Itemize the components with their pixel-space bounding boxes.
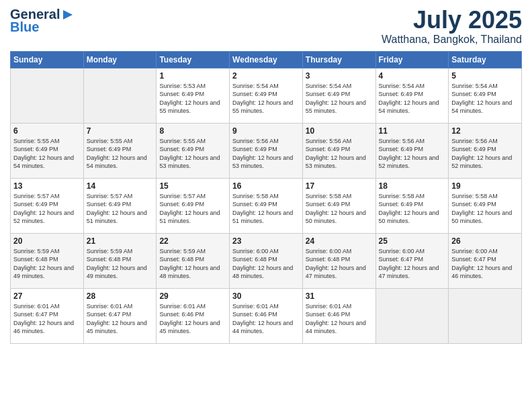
day-info: Sunrise: 5:59 AM Sunset: 6:48 PM Dayligh… xyxy=(159,247,226,281)
day-number: 23 xyxy=(232,236,300,246)
day-number: 14 xyxy=(87,181,154,191)
day-number: 7 xyxy=(87,126,154,136)
day-info: Sunrise: 5:55 AM Sunset: 6:49 PM Dayligh… xyxy=(87,137,154,171)
calendar-cell: 14Sunrise: 5:57 AM Sunset: 6:49 PM Dayli… xyxy=(83,178,157,233)
day-info: Sunrise: 5:54 AM Sunset: 6:49 PM Dayligh… xyxy=(379,82,446,116)
day-number: 31 xyxy=(306,291,373,301)
day-number: 11 xyxy=(379,126,446,136)
day-number: 4 xyxy=(379,71,446,81)
calendar-cell: 28Sunrise: 6:01 AM Sunset: 6:47 PM Dayli… xyxy=(83,288,157,343)
calendar-cell: 10Sunrise: 5:56 AM Sunset: 6:49 PM Dayli… xyxy=(302,123,375,178)
day-number: 19 xyxy=(451,181,519,191)
day-number: 27 xyxy=(13,291,81,301)
day-info: Sunrise: 6:00 AM Sunset: 6:47 PM Dayligh… xyxy=(379,247,446,281)
day-info: Sunrise: 5:59 AM Sunset: 6:48 PM Dayligh… xyxy=(87,247,154,281)
day-info: Sunrise: 5:56 AM Sunset: 6:49 PM Dayligh… xyxy=(232,137,300,171)
calendar-table: SundayMondayTuesdayWednesdayThursdayFrid… xyxy=(10,51,522,344)
calendar-cell: 26Sunrise: 6:00 AM Sunset: 6:47 PM Dayli… xyxy=(449,233,522,288)
day-info: Sunrise: 5:58 AM Sunset: 6:49 PM Dayligh… xyxy=(232,192,300,226)
day-number: 16 xyxy=(232,181,300,191)
day-info: Sunrise: 5:56 AM Sunset: 6:49 PM Dayligh… xyxy=(306,137,373,171)
calendar-cell: 25Sunrise: 6:00 AM Sunset: 6:47 PM Dayli… xyxy=(375,233,449,288)
day-number: 9 xyxy=(232,126,300,136)
calendar-cell: 24Sunrise: 6:00 AM Sunset: 6:48 PM Dayli… xyxy=(302,233,375,288)
day-number: 18 xyxy=(379,181,446,191)
calendar-cell: 8Sunrise: 5:55 AM Sunset: 6:49 PM Daylig… xyxy=(157,123,230,178)
day-number: 13 xyxy=(13,181,81,191)
day-info: Sunrise: 5:55 AM Sunset: 6:49 PM Dayligh… xyxy=(159,137,226,171)
day-info: Sunrise: 6:01 AM Sunset: 6:47 PM Dayligh… xyxy=(13,302,81,336)
day-info: Sunrise: 6:00 AM Sunset: 6:47 PM Dayligh… xyxy=(451,247,519,281)
day-info: Sunrise: 5:56 AM Sunset: 6:49 PM Dayligh… xyxy=(451,137,519,171)
calendar-cell: 11Sunrise: 5:56 AM Sunset: 6:49 PM Dayli… xyxy=(375,123,449,178)
calendar-cell: 9Sunrise: 5:56 AM Sunset: 6:49 PM Daylig… xyxy=(230,123,303,178)
day-info: Sunrise: 5:58 AM Sunset: 6:49 PM Dayligh… xyxy=(451,192,519,226)
day-number: 5 xyxy=(451,71,519,81)
day-info: Sunrise: 5:59 AM Sunset: 6:48 PM Dayligh… xyxy=(13,247,81,281)
logo: General Blue xyxy=(10,7,75,35)
day-number: 8 xyxy=(159,126,226,136)
day-number: 2 xyxy=(232,71,300,81)
calendar-cell: 16Sunrise: 5:58 AM Sunset: 6:49 PM Dayli… xyxy=(230,178,303,233)
day-number: 1 xyxy=(159,71,226,81)
calendar-cell xyxy=(83,68,157,123)
day-number: 21 xyxy=(87,236,154,246)
calendar-body: 1Sunrise: 5:53 AM Sunset: 6:49 PM Daylig… xyxy=(11,68,522,343)
day-info: Sunrise: 6:01 AM Sunset: 6:46 PM Dayligh… xyxy=(306,302,373,336)
day-info: Sunrise: 5:58 AM Sunset: 6:49 PM Dayligh… xyxy=(379,192,446,226)
calendar-cell: 30Sunrise: 6:01 AM Sunset: 6:46 PM Dayli… xyxy=(230,288,303,343)
logo-blue-text: Blue xyxy=(10,19,39,35)
day-number: 3 xyxy=(306,71,373,81)
day-number: 15 xyxy=(159,181,226,191)
weekday-header: Friday xyxy=(375,51,449,68)
day-info: Sunrise: 5:54 AM Sunset: 6:49 PM Dayligh… xyxy=(451,82,519,116)
title-area: July 2025 Watthana, Bangkok, Thailand xyxy=(382,7,522,46)
day-number: 29 xyxy=(159,291,226,301)
day-info: Sunrise: 5:53 AM Sunset: 6:49 PM Dayligh… xyxy=(159,82,226,116)
calendar-cell: 7Sunrise: 5:55 AM Sunset: 6:49 PM Daylig… xyxy=(83,123,157,178)
logo-arrow-icon xyxy=(60,7,75,22)
weekday-header: Sunday xyxy=(11,51,84,68)
calendar-cell: 5Sunrise: 5:54 AM Sunset: 6:49 PM Daylig… xyxy=(449,68,522,123)
day-number: 25 xyxy=(379,236,446,246)
day-info: Sunrise: 5:56 AM Sunset: 6:49 PM Dayligh… xyxy=(379,137,446,171)
day-number: 24 xyxy=(306,236,373,246)
svg-marker-0 xyxy=(63,10,73,19)
calendar-cell: 3Sunrise: 5:54 AM Sunset: 6:49 PM Daylig… xyxy=(302,68,375,123)
day-info: Sunrise: 5:57 AM Sunset: 6:49 PM Dayligh… xyxy=(159,192,226,226)
day-number: 20 xyxy=(13,236,81,246)
calendar-cell: 27Sunrise: 6:01 AM Sunset: 6:47 PM Dayli… xyxy=(11,288,84,343)
calendar-cell xyxy=(375,288,449,343)
day-number: 30 xyxy=(232,291,300,301)
page-header: General Blue July 2025 Watthana, Bangkok… xyxy=(10,7,522,46)
day-info: Sunrise: 5:57 AM Sunset: 6:49 PM Dayligh… xyxy=(87,192,154,226)
day-number: 22 xyxy=(159,236,226,246)
calendar-cell xyxy=(11,68,84,123)
weekday-header: Wednesday xyxy=(230,51,303,68)
calendar-cell: 20Sunrise: 5:59 AM Sunset: 6:48 PM Dayli… xyxy=(11,233,84,288)
weekday-header: Saturday xyxy=(449,51,522,68)
location-title: Watthana, Bangkok, Thailand xyxy=(382,34,522,46)
day-info: Sunrise: 6:01 AM Sunset: 6:46 PM Dayligh… xyxy=(232,302,300,336)
calendar-cell: 18Sunrise: 5:58 AM Sunset: 6:49 PM Dayli… xyxy=(375,178,449,233)
day-info: Sunrise: 5:54 AM Sunset: 6:49 PM Dayligh… xyxy=(232,82,300,116)
day-number: 6 xyxy=(13,126,81,136)
calendar-cell: 17Sunrise: 5:58 AM Sunset: 6:49 PM Dayli… xyxy=(302,178,375,233)
day-info: Sunrise: 6:00 AM Sunset: 6:48 PM Dayligh… xyxy=(232,247,300,281)
calendar-cell: 4Sunrise: 5:54 AM Sunset: 6:49 PM Daylig… xyxy=(375,68,449,123)
day-info: Sunrise: 5:58 AM Sunset: 6:49 PM Dayligh… xyxy=(306,192,373,226)
calendar-cell: 29Sunrise: 6:01 AM Sunset: 6:46 PM Dayli… xyxy=(157,288,230,343)
weekday-header: Monday xyxy=(83,51,157,68)
calendar-cell: 1Sunrise: 5:53 AM Sunset: 6:49 PM Daylig… xyxy=(157,68,230,123)
day-number: 17 xyxy=(306,181,373,191)
day-info: Sunrise: 5:57 AM Sunset: 6:49 PM Dayligh… xyxy=(13,192,81,226)
weekday-header: Thursday xyxy=(302,51,375,68)
month-title: July 2025 xyxy=(382,7,522,34)
calendar-cell: 31Sunrise: 6:01 AM Sunset: 6:46 PM Dayli… xyxy=(302,288,375,343)
day-info: Sunrise: 5:54 AM Sunset: 6:49 PM Dayligh… xyxy=(306,82,373,116)
day-number: 12 xyxy=(451,126,519,136)
calendar-cell: 23Sunrise: 6:00 AM Sunset: 6:48 PM Dayli… xyxy=(230,233,303,288)
calendar-cell: 13Sunrise: 5:57 AM Sunset: 6:49 PM Dayli… xyxy=(11,178,84,233)
day-number: 26 xyxy=(451,236,519,246)
calendar-cell: 12Sunrise: 5:56 AM Sunset: 6:49 PM Dayli… xyxy=(449,123,522,178)
